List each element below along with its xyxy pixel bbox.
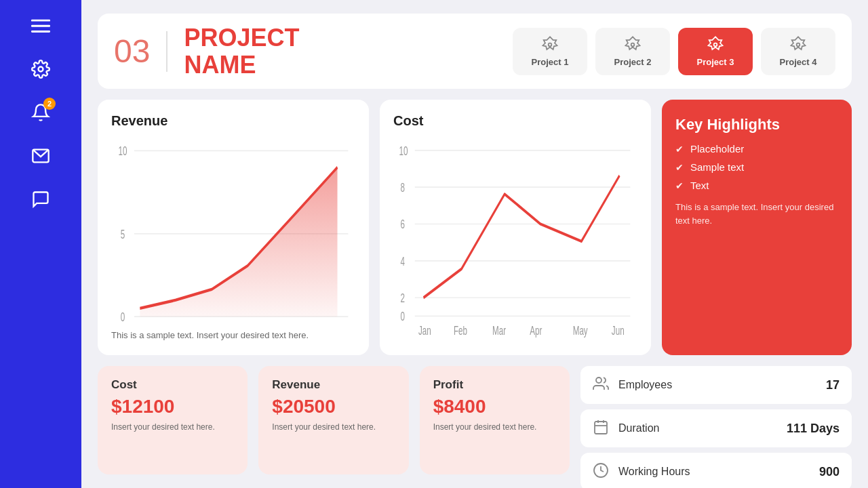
mail-icon[interactable] [31,146,50,165]
employees-label: Employees [618,379,816,391]
highlight-item-3: ✔ Text [675,180,838,191]
tab-label-1: Project 1 [532,57,569,67]
header-card: 03 PROJECT NAME Project 1 Project 2 Proj… [98,14,852,89]
project-number: 03 [114,35,150,68]
metric-label-revenue: Revenue [272,378,395,392]
main-content: 03 PROJECT NAME Project 1 Project 2 Proj… [81,0,868,488]
svg-text:6: 6 [401,218,405,231]
highlight-text-3: Text [690,180,709,191]
menu-icon[interactable] [31,16,50,35]
svg-text:Apr: Apr [530,323,542,337]
duration-label: Duration [618,422,777,434]
highlight-item-1: ✔ Placeholder [675,143,838,155]
duration-value: 111 Days [787,422,840,436]
metric-card-revenue: Revenue $20500 Insert your desired text … [258,366,408,474]
highlights-card: Key Highlights ✔ Placeholder ✔ Sample te… [662,100,852,355]
svg-text:Jan: Jan [418,323,431,337]
metric-card-profit: Profit $8400 Insert your desired text he… [420,366,570,474]
metric-desc-revenue: Insert your desired text here. [272,422,395,433]
svg-text:4: 4 [401,254,406,268]
metric-value-revenue: $20500 [272,396,395,418]
metric-desc-cost: Insert your desired text here. [111,422,234,433]
highlight-item-2: ✔ Sample text [675,161,838,173]
tab-project-2[interactable]: Project 2 [595,28,670,75]
bottom-row: Cost $12100 Insert your desired text her… [98,366,852,474]
svg-text:8: 8 [401,180,405,194]
svg-text:May: May [573,323,588,337]
stat-row-duration: Duration 111 Days [580,409,852,447]
svg-rect-0 [31,20,50,22]
revenue-card: Revenue 10 5 0 [98,100,369,355]
project-title: PROJECT NAME [184,24,299,78]
metric-card-cost: Cost $12100 Insert your desired text her… [98,366,248,474]
svg-point-6 [631,43,635,47]
svg-rect-2 [31,30,50,33]
sidebar: 2 [0,0,81,488]
highlights-title: Key Highlights [675,116,838,134]
hours-label: Working Hours [618,466,810,478]
tab-project-4[interactable]: Project 4 [761,28,835,75]
svg-point-8 [797,43,800,47]
metric-label-profit: Profit [433,378,556,392]
highlights-description: This is a sample text. Insert your desir… [675,201,838,227]
employees-value: 17 [826,378,840,392]
svg-point-3 [39,67,43,72]
svg-text:10: 10 [399,144,408,157]
check-icon-1: ✔ [675,144,684,155]
svg-text:10: 10 [119,144,127,159]
svg-text:Feb: Feb [454,323,467,337]
revenue-chart-svg: 10 5 0 [111,134,355,324]
svg-point-40 [596,378,601,383]
svg-text:0: 0 [401,310,406,323]
hours-icon [593,462,609,481]
svg-rect-41 [595,422,607,434]
cost-card: Cost 10 8 6 4 2 0 [380,100,651,355]
hours-value: 900 [819,465,840,479]
svg-point-5 [549,43,552,47]
stat-row-hours: Working Hours 900 [580,453,852,488]
svg-text:5: 5 [121,227,125,241]
svg-rect-1 [31,25,50,27]
middle-row: Revenue 10 5 0 [98,100,852,355]
cost-title: Cost [393,113,637,129]
settings-icon[interactable] [31,60,50,79]
tab-label-4: Project 4 [780,57,817,67]
tab-project-1[interactable]: Project 1 [513,28,587,75]
stat-row-employees: Employees 17 [580,366,852,404]
check-icon-2: ✔ [675,162,684,173]
metric-value-cost: $12100 [111,396,234,418]
tab-label-3: Project 3 [697,57,734,67]
metric-desc-profit: Insert your desired text here. [433,422,556,433]
svg-text:Jun: Jun [612,323,625,337]
revenue-title: Revenue [111,113,355,129]
notification-badge: 2 [43,98,56,110]
highlight-text-2: Sample text [690,161,744,173]
svg-point-7 [714,43,717,47]
employees-icon [593,375,609,394]
cost-chart-area: 10 8 6 4 2 0 Jan Feb [393,134,637,342]
check-icon-3: ✔ [675,180,684,191]
cost-chart-svg: 10 8 6 4 2 0 Jan Feb [393,134,637,342]
chat-icon[interactable] [31,190,50,209]
tab-label-2: Project 2 [614,57,652,67]
highlight-text-1: Placeholder [690,143,744,155]
stats-panel: Employees 17 Duration 111 Days Working H… [580,366,852,474]
svg-text:2: 2 [401,291,405,304]
metric-value-profit: $8400 [433,396,556,418]
duration-icon [593,419,609,438]
svg-text:Mar: Mar [492,323,506,337]
metric-label-cost: Cost [111,378,234,392]
header-divider [166,31,167,72]
tab-project-3[interactable]: Project 3 [678,28,753,75]
revenue-chart-area: 10 5 0 [111,134,355,324]
project-tabs: Project 1 Project 2 Project 3 Project 4 [513,28,835,75]
revenue-description: This is a sample text. Insert your desir… [111,329,355,342]
bell-icon[interactable]: 2 [31,103,50,122]
svg-marker-15 [140,167,337,317]
svg-text:0: 0 [121,310,125,323]
